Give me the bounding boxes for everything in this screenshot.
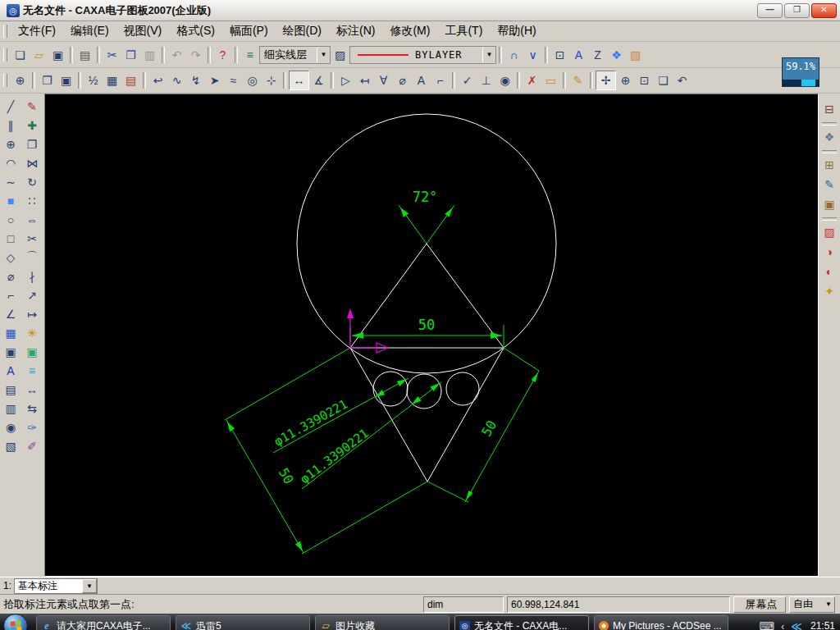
menu-gripper[interactable] [3,25,7,38]
hatch-button[interactable]: ⌀ [1,267,21,285]
close-button[interactable]: ✕ [811,3,837,18]
ortho-snap-button[interactable]: ∩ [504,46,523,64]
datum-target-button[interactable]: ⊥ [477,71,495,89]
block-disassemble-button[interactable]: ⊟ [820,100,838,118]
zoom-previous-button[interactable]: ↶ [673,71,692,89]
linetype-button[interactable]: ▨ [331,46,349,64]
pan-button[interactable]: ✢ [596,71,616,90]
block-insert-button[interactable]: ▥ [1,399,21,418]
menu-dimension[interactable]: 标注(N) [329,22,382,39]
move-button[interactable]: ✚ [22,116,42,135]
explode-button[interactable]: ✳ [22,324,42,342]
start-button[interactable] [3,614,28,630]
block-button[interactable]: ▤ [1,381,21,399]
screen-point-button[interactable]: 屏幕点 [733,596,786,613]
circle-button[interactable]: ⊕ [1,135,21,153]
dimension-button[interactable]: ↔ [289,71,309,90]
table-button[interactable]: ▦ [103,71,121,89]
wave-line-button[interactable]: ∿ [167,71,186,89]
command-field[interactable]: dim [423,596,504,613]
image-edit-button[interactable]: ✎ [820,176,838,194]
break-button[interactable]: ∤ [22,267,42,285]
zoom-window-button[interactable]: ⊡ [635,71,654,89]
drawing-canvas[interactable]: 72° 50 φ11.3390221 φ11.3390221 50 50 [44,94,819,577]
taskbar-button-thunder5[interactable]: ≪迅雷5 [176,615,310,630]
text-note-button[interactable]: A [412,71,431,89]
angle-dimension-button[interactable]: ∡ [309,71,328,89]
block-create-button[interactable]: ✦ [820,282,838,300]
toolbar-gripper[interactable] [3,48,7,62]
dimension-tool-button[interactable]: ↔ [22,381,42,399]
paste-button[interactable]: ▥ [140,46,159,64]
dimension-type-combobox[interactable]: 基本标注 ▼ [14,578,98,594]
corner-note-button[interactable]: ⌐ [431,71,450,89]
text-frame-button[interactable]: ▣ [57,71,75,89]
taskbar-button-acdsee[interactable]: My Pictures - ACDSee ... [594,615,728,630]
chevron-down-icon[interactable]: ▼ [482,48,495,62]
keyboard-tray-icon[interactable]: ⌨ [759,620,774,630]
sheet-edit-button[interactable]: ▣ [820,195,838,213]
tolerance-button[interactable]: ∀ [374,71,393,89]
taskbar-button-ie-caxa-page[interactable]: e请大家用CAXA电子... [36,615,171,630]
save-button[interactable]: ▣ [48,46,67,64]
chevron-down-icon[interactable]: ▼ [82,579,97,593]
guideline-button[interactable]: ∠ [1,305,21,323]
symbol-library-button[interactable]: ▧ [1,437,21,455]
grid-fill-button[interactable]: ▦ [1,324,21,342]
menu-tools[interactable]: 工具(T) [437,22,490,39]
sketch-order-button[interactable]: Z [588,46,607,64]
zoom-level-bar[interactable] [783,80,819,86]
measure-button[interactable]: ▭ [541,71,560,89]
pointer-button[interactable]: ➤ [205,71,224,89]
text-button[interactable]: A [1,362,21,380]
roughness-button[interactable]: ✓ [458,71,477,89]
parallel-line-button[interactable]: ∥ [1,116,21,135]
library-search-button[interactable]: ◉ [1,418,21,436]
ole-object-button[interactable]: ▣ [1,343,21,361]
redo-button[interactable]: ↷ [186,46,205,64]
menu-file[interactable]: 文件(F) [11,22,63,39]
dimension-edit-button[interactable]: ⇆ [22,399,42,418]
mirror-button[interactable]: ⋈ [22,154,42,172]
partial-view-button[interactable]: ◐ [820,262,838,281]
freehand-button[interactable]: ≈ [224,71,243,89]
array-button[interactable]: ∷ [22,192,42,210]
menu-edit[interactable]: 编辑(E) [63,22,116,39]
guide-snap-button[interactable]: ∨ [523,46,542,64]
copy-object-button[interactable]: ❐ [22,135,42,153]
taskbar-button-pictures-folder[interactable]: ▱图片收藏 [315,615,450,630]
tray-clock[interactable]: 21:51 [810,620,835,630]
stretch-button[interactable]: ↦ [22,305,42,323]
menu-modify[interactable]: 修改(M) [382,22,437,39]
menu-view[interactable]: 视图(V) [116,22,170,39]
center-mark-button[interactable]: ⊹ [262,71,281,89]
polygon-button[interactable]: ◇ [1,249,21,267]
layer-move-button[interactable]: ≡ [22,362,42,380]
formula-curve-button[interactable]: ■ [1,192,21,210]
delete-button[interactable]: ✎ [22,98,42,116]
hook-line-button[interactable]: ↩ [148,71,167,89]
trim-button[interactable]: ✂ [22,230,42,248]
show-all-button[interactable]: ⊕ [11,71,30,89]
datum-dimension-button[interactable]: ▷ [336,71,355,89]
taskbar-button-caxa-file[interactable]: ◎无名文件 - CAXA电... [454,615,589,630]
baseline-dimension-button[interactable]: ↤ [355,71,374,89]
minimize-button[interactable]: — [757,3,783,18]
menu-format[interactable]: 格式(S) [169,22,222,39]
detail-view-button[interactable]: ◑ [820,243,838,261]
open-button[interactable]: ▱ [30,46,48,64]
new-button[interactable]: ❏ [11,46,30,64]
pattern-array-button[interactable]: ❖ [607,46,626,64]
property-brush-button[interactable]: ✐ [22,437,42,455]
color-linetype-combobox[interactable]: BYLAYER ▼ [349,46,496,64]
zoom-dynamic-button[interactable]: ⊕ [616,71,635,89]
layer-combobox[interactable]: 细实线层 ▼ [259,46,331,64]
solid-3d-button[interactable]: ❖ [820,128,838,146]
collapse-tray-icon[interactable]: ‹ [781,620,784,630]
extend-button[interactable]: ↗ [22,286,42,304]
redraw-button[interactable]: ❐ [38,71,57,89]
section-view-button[interactable]: ▨ [820,223,838,241]
snap-mode-combobox[interactable]: 自由 ▼ [789,596,835,613]
spline-button[interactable]: ∼ [1,173,21,191]
annotation-align-button[interactable]: A [569,46,588,64]
